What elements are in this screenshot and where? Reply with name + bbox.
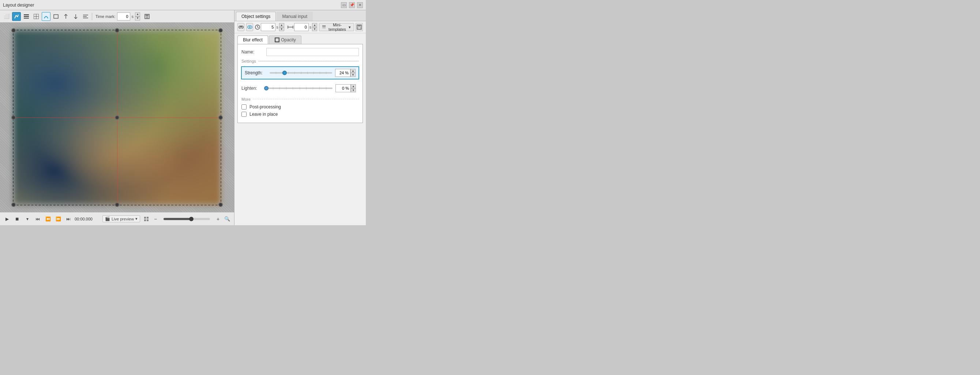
svg-rect-17	[144, 219, 146, 221]
pin-button[interactable]: 📌	[349, 2, 355, 8]
floppy-save-button[interactable]	[143, 12, 151, 21]
handle-middle-right[interactable]	[218, 115, 223, 120]
handle-bottom-center[interactable]	[115, 203, 119, 207]
link-icon-btn[interactable]	[237, 23, 244, 31]
svg-point-21	[249, 26, 251, 28]
svg-rect-15	[144, 217, 146, 219]
offset-unit: s	[309, 25, 312, 29]
tab-manual-input[interactable]: Manual input	[277, 12, 313, 21]
post-processing-label: Post-processing	[250, 104, 281, 110]
settings-label: Settings	[242, 59, 256, 63]
zoom-plus-button[interactable]: +	[215, 216, 221, 222]
handle-top-right[interactable]	[218, 28, 223, 33]
name-label: Name:	[242, 49, 263, 54]
rows-tool-button[interactable]	[22, 12, 31, 21]
svg-rect-16	[147, 217, 148, 219]
prev-frame-button[interactable]: ⏪	[44, 215, 52, 223]
handle-top-center[interactable]	[115, 28, 119, 33]
maximize-button[interactable]: ▭	[341, 2, 347, 8]
leave-in-place-label: Leave in place	[250, 112, 278, 117]
progress-bar[interactable]	[164, 218, 210, 220]
svg-rect-6	[54, 14, 58, 18]
lighten-slider-thumb[interactable]	[264, 86, 269, 91]
toolbar: ⬜	[0, 10, 234, 23]
strength-slider-thumb[interactable]	[282, 71, 287, 75]
canvas-workspace[interactable]	[0, 23, 234, 212]
handle-bottom-left[interactable]	[11, 203, 16, 207]
handle-middle-center[interactable]	[115, 115, 119, 120]
crop-right-button[interactable]	[72, 12, 80, 21]
canvas-area: ⬜	[0, 10, 234, 225]
title-bar-controls: ▭ 📌 ✕	[341, 2, 363, 8]
eye-icon-btn[interactable]	[246, 23, 253, 31]
select-tool-button[interactable]: ⬜	[2, 12, 11, 21]
mini-templates-arrow: ▾	[348, 25, 351, 30]
offset-input[interactable]	[294, 23, 309, 31]
curve-tool-button[interactable]	[42, 12, 51, 21]
live-preview-dropdown[interactable]: ▾	[135, 216, 138, 221]
handle-top-left[interactable]	[11, 28, 16, 33]
tab-blur-effect[interactable]: Blur effect	[237, 35, 268, 44]
time-display: 00:00.000	[75, 217, 100, 221]
live-preview-button[interactable]: 🎬 Live preview ▾	[102, 215, 140, 222]
leave-in-place-row: Leave in place	[242, 112, 359, 117]
ltick-1	[273, 87, 273, 89]
handle-bottom-right[interactable]	[218, 203, 223, 207]
svg-rect-29	[322, 27, 326, 28]
align-button[interactable]	[81, 12, 90, 21]
timemark-unit: s	[132, 14, 134, 19]
timemark-down[interactable]: ▼	[135, 16, 140, 21]
transport-grid-button[interactable]	[142, 215, 150, 223]
grid-tool-button[interactable]	[32, 12, 41, 21]
crop-left-button[interactable]	[62, 12, 70, 21]
timemark-up[interactable]: ▲	[135, 13, 140, 16]
duration-unit: s	[276, 25, 278, 29]
ltick-9	[326, 87, 326, 89]
name-input[interactable]	[266, 48, 359, 56]
offset-up[interactable]: ▲	[312, 23, 317, 27]
tick-4	[294, 72, 295, 74]
offset-down[interactable]: ▼	[312, 27, 317, 31]
close-button[interactable]: ✕	[357, 2, 363, 8]
progress-thumb[interactable]	[189, 217, 194, 221]
tab-object-settings[interactable]: Object settings	[236, 12, 276, 21]
next-key-button[interactable]: ⏭	[64, 215, 72, 223]
tick-1	[276, 72, 276, 74]
stop-button[interactable]: ⏹	[13, 215, 21, 223]
tick-5	[301, 72, 301, 74]
strength-down[interactable]: ▼	[350, 73, 356, 77]
strength-value-input[interactable]	[335, 69, 350, 77]
lighten-value-input[interactable]	[336, 84, 351, 92]
duration-down[interactable]: ▼	[279, 27, 284, 31]
prev-key-button[interactable]: ⏮	[33, 215, 42, 223]
leave-in-place-checkbox[interactable]	[242, 112, 247, 117]
title-bar-left: Layout designer	[3, 3, 34, 8]
dropdown-btn[interactable]: ▾	[24, 215, 32, 223]
duration-input[interactable]	[261, 23, 275, 31]
search-button[interactable]: 🔍	[223, 215, 231, 223]
tab-opacity[interactable]: 🔲 Opacity	[269, 35, 301, 44]
timemark-input[interactable]	[117, 13, 130, 21]
zoom-minus-button[interactable]: −	[153, 216, 158, 222]
canvas-object[interactable]	[13, 30, 221, 206]
tick-3	[288, 72, 289, 74]
post-processing-checkbox[interactable]	[242, 104, 247, 110]
play-button[interactable]: ▶	[3, 215, 11, 223]
tick-8	[320, 72, 320, 74]
strength-up[interactable]: ▲	[350, 69, 356, 73]
lighten-up[interactable]: ▲	[351, 84, 356, 88]
next-frame-button[interactable]: ⏩	[54, 215, 62, 223]
right-toolbar-right: Mini-templates ▾	[319, 23, 363, 31]
lighten-down[interactable]: ▼	[351, 88, 356, 92]
handle-middle-left[interactable]	[11, 115, 16, 120]
draw-tool-button[interactable]	[12, 12, 21, 21]
more-label: More	[242, 97, 251, 101]
right-save-button[interactable]	[356, 23, 363, 31]
ltick-8	[319, 87, 320, 89]
duration-up[interactable]: ▲	[279, 23, 284, 27]
mini-templates-button[interactable]: Mini-templates ▾	[319, 23, 354, 31]
more-header: More	[242, 97, 359, 101]
rectangle-tool-button[interactable]	[52, 12, 60, 21]
svg-rect-32	[358, 25, 361, 26]
lighten-slider-container	[266, 85, 332, 91]
